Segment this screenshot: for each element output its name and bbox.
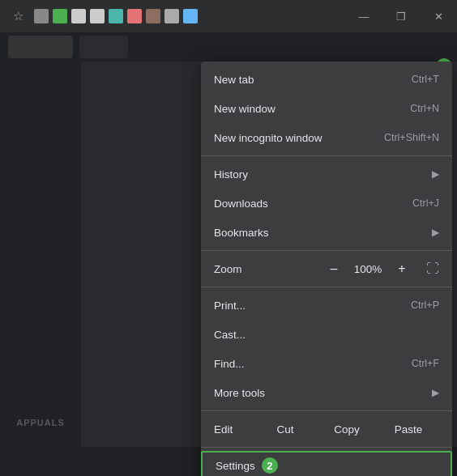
history-arrow-icon: ▶ [432, 168, 439, 180]
color-dot-9 [183, 9, 198, 23]
new-tab-label: New tab [214, 74, 254, 86]
new-window-label: New window [214, 103, 275, 115]
settings-label: Settings [216, 460, 255, 472]
cast-label: Cast... [214, 329, 246, 341]
maximize-button[interactable]: ❐ [382, 0, 420, 32]
zoom-percent: 100% [352, 263, 384, 275]
logo-area: APPUALS [0, 406, 81, 439]
menu-item-downloads[interactable]: Downloads Ctrl+J [201, 189, 452, 218]
color-dot-1 [34, 9, 49, 23]
bookmarks-label: Bookmarks [214, 227, 269, 239]
new-tab-shortcut: Ctrl+T [412, 74, 439, 85]
menu-item-history[interactable]: History ▶ [201, 159, 452, 189]
find-label: Find... [214, 358, 245, 370]
divider-5 [201, 447, 452, 448]
menu-item-find[interactable]: Find... Ctrl+F [201, 349, 452, 378]
menu-item-print[interactable]: Print... Ctrl+P [201, 291, 452, 320]
menu-item-incognito[interactable]: New incognito window Ctrl+Shift+N [201, 123, 452, 152]
more-tools-label: More tools [214, 387, 265, 399]
divider-4 [201, 410, 452, 411]
zoom-plus-button[interactable]: + [392, 259, 412, 278]
divider-2 [201, 250, 452, 251]
tab-item-1[interactable] [8, 36, 73, 58]
find-shortcut: Ctrl+F [412, 358, 439, 369]
color-dot-7 [146, 9, 160, 23]
tab-bar [0, 32, 457, 62]
window-controls: — ❐ ✕ [345, 0, 457, 32]
bookmark-star-icon[interactable]: ☆ [6, 5, 29, 28]
divider-1 [201, 155, 452, 156]
color-dot-4 [90, 9, 105, 23]
menu-item-cast[interactable]: Cast... [201, 320, 452, 349]
zoom-row: Zoom – 100% + ⛶ [201, 254, 452, 283]
fullscreen-button[interactable]: ⛶ [426, 261, 439, 276]
tab-item-2[interactable] [79, 36, 128, 58]
edit-label: Edit [214, 423, 254, 436]
minimize-button[interactable]: — [345, 0, 382, 32]
zoom-controls: – 100% + ⛶ [324, 259, 439, 278]
downloads-shortcut: Ctrl+J [412, 198, 439, 209]
context-menu: New tab Ctrl+T New window Ctrl+N New inc… [201, 62, 452, 476]
menu-item-new-window[interactable]: New window Ctrl+N [201, 94, 452, 123]
color-dot-3 [71, 9, 86, 23]
paste-button[interactable]: Paste [378, 420, 439, 439]
menu-item-settings[interactable]: Settings 2 [201, 451, 452, 476]
color-dot-8 [164, 9, 179, 23]
more-tools-arrow-icon: ▶ [432, 387, 439, 398]
color-dot-6 [127, 9, 142, 23]
browser-content: ⋮ 1 New tab Ctrl+T New window Ctrl+N New… [0, 62, 457, 447]
new-window-shortcut: Ctrl+N [410, 103, 439, 114]
incognito-shortcut: Ctrl+Shift+N [384, 132, 439, 143]
print-label: Print... [214, 300, 246, 312]
zoom-label: Zoom [214, 263, 246, 275]
browser-top-bar: ☆ — ❐ ✕ [0, 0, 457, 32]
edit-row: Edit Cut Copy Paste [201, 414, 452, 444]
divider-3 [201, 287, 452, 287]
color-dot-2 [53, 9, 67, 23]
watermark-text: APPUALS [16, 418, 65, 427]
badge-2: 2 [262, 457, 278, 474]
zoom-minus-button[interactable]: – [324, 259, 344, 278]
color-dot-5 [109, 9, 123, 23]
menu-item-new-tab[interactable]: New tab Ctrl+T [201, 65, 452, 94]
bookmarks-arrow-icon: ▶ [432, 227, 439, 238]
close-button[interactable]: ✕ [420, 0, 457, 32]
side-panel [0, 62, 81, 447]
menu-item-more-tools[interactable]: More tools ▶ [201, 378, 452, 407]
history-label: History [214, 168, 248, 181]
incognito-label: New incognito window [214, 132, 322, 144]
print-shortcut: Ctrl+P [411, 300, 439, 311]
downloads-label: Downloads [214, 198, 268, 210]
copy-button[interactable]: Copy [316, 420, 378, 439]
menu-item-bookmarks[interactable]: Bookmarks ▶ [201, 218, 452, 247]
cut-button[interactable]: Cut [254, 420, 316, 439]
